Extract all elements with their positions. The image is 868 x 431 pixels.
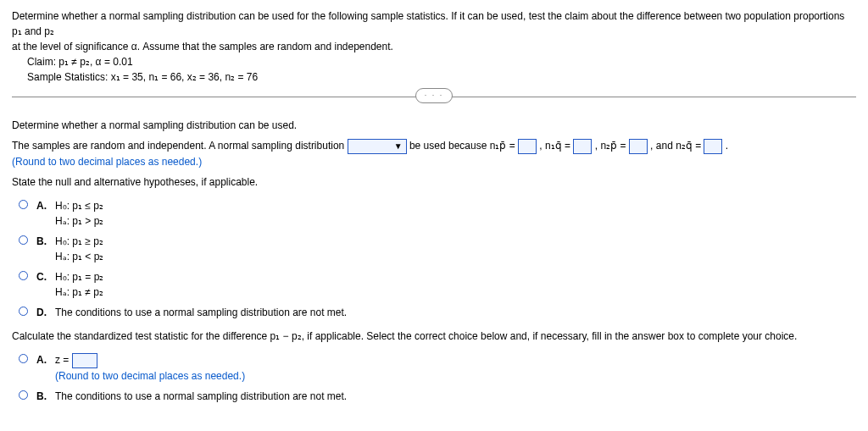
fill-post: be used because n₁p̄ = <box>409 140 518 152</box>
option-c-ha: Hₐ: p₁ ≠ p₂ <box>55 285 103 300</box>
option-c-h0: H₀: p₁ = p₂ <box>55 269 103 285</box>
fill-in-line: The samples are random and independent. … <box>12 138 856 154</box>
radio-d[interactable] <box>19 307 28 316</box>
input-n1p[interactable] <box>518 139 537 154</box>
stats-line: Sample Statistics: x₁ = 35, n₁ = 66, x₂ … <box>12 69 856 85</box>
input-z[interactable] <box>72 353 97 368</box>
intro-line2: at the level of significance α. Assume t… <box>12 39 856 54</box>
expand-tab[interactable]: · · · <box>415 88 453 103</box>
option-b-body: H₀: p₁ ≥ p₂ Hₐ: p₁ < p₂ <box>55 234 103 264</box>
option-c[interactable]: C. H₀: p₁ = p₂ Hₐ: p₁ ≠ p₂ <box>19 269 856 300</box>
input-n2q[interactable] <box>704 139 722 154</box>
label-c: C. <box>36 269 50 285</box>
input-n1q[interactable] <box>573 139 592 154</box>
z-choices: A. z = (Round to two decimal places as n… <box>19 352 856 404</box>
intro-line1: Determine whether a normal sampling dist… <box>12 8 856 39</box>
hypotheses-choices: A. H₀: p₁ ≤ p₂ Hₐ: p₁ > p₂ B. H₀: p₁ ≥ p… <box>19 198 856 320</box>
input-n2p[interactable] <box>629 139 648 154</box>
z-option-b[interactable]: B. The conditions to use a normal sampli… <box>19 389 856 404</box>
option-b-ha: Hₐ: p₁ < p₂ <box>55 249 103 264</box>
radio-a[interactable] <box>19 200 28 209</box>
prompt-calc: Calculate the standardized test statisti… <box>12 329 856 344</box>
label-b: B. <box>36 234 50 249</box>
fill-sep1: , n₁q̄ = <box>539 140 573 152</box>
fill-pre: The samples are random and independent. … <box>12 140 348 152</box>
claim-line: Claim: p₁ ≠ p₂, α = 0.01 <box>12 54 856 69</box>
label-z-b: B. <box>36 389 50 404</box>
option-a-h0: H₀: p₁ ≤ p₂ <box>55 198 103 213</box>
radio-z-a[interactable] <box>19 354 28 363</box>
round-hint-1: (Round to two decimal places as needed.) <box>12 154 856 169</box>
option-a-body: H₀: p₁ ≤ p₂ Hₐ: p₁ > p₂ <box>55 198 103 229</box>
z-option-a-body: z = (Round to two decimal places as need… <box>55 352 245 384</box>
radio-b[interactable] <box>19 235 28 245</box>
round-hint-2: (Round to two decimal places as needed.) <box>55 368 245 384</box>
option-c-body: H₀: p₁ = p₂ Hₐ: p₁ ≠ p₂ <box>55 269 103 300</box>
dropdown-can-cannot[interactable]: ▼ <box>348 139 407 154</box>
z-label: z = <box>55 354 72 366</box>
z-option-a[interactable]: A. z = (Round to two decimal places as n… <box>19 352 856 384</box>
label-a: A. <box>36 198 50 213</box>
radio-c[interactable] <box>19 271 28 280</box>
option-a-ha: Hₐ: p₁ > p₂ <box>55 213 103 229</box>
z-option-b-text: The conditions to use a normal sampling … <box>55 389 347 404</box>
option-b[interactable]: B. H₀: p₁ ≥ p₂ Hₐ: p₁ < p₂ <box>19 234 856 264</box>
option-b-h0: H₀: p₁ ≥ p₂ <box>55 234 103 249</box>
prompt-hypotheses: State the null and alternative hypothese… <box>12 174 856 190</box>
fill-sep2: , n₂p̄ = <box>595 140 629 152</box>
prompt-normal-dist: Determine whether a normal sampling dist… <box>12 118 856 133</box>
label-d: D. <box>36 305 50 320</box>
fill-sep3: , and n₂q̄ = <box>650 140 704 152</box>
fill-end: . <box>726 140 728 152</box>
label-z-a: A. <box>36 352 50 367</box>
question-intro: Determine whether a normal sampling dist… <box>12 8 856 85</box>
radio-z-b[interactable] <box>19 390 28 400</box>
option-d[interactable]: D. The conditions to use a normal sampli… <box>19 305 856 320</box>
option-a[interactable]: A. H₀: p₁ ≤ p₂ Hₐ: p₁ > p₂ <box>19 198 856 229</box>
option-d-text: The conditions to use a normal sampling … <box>55 305 347 320</box>
